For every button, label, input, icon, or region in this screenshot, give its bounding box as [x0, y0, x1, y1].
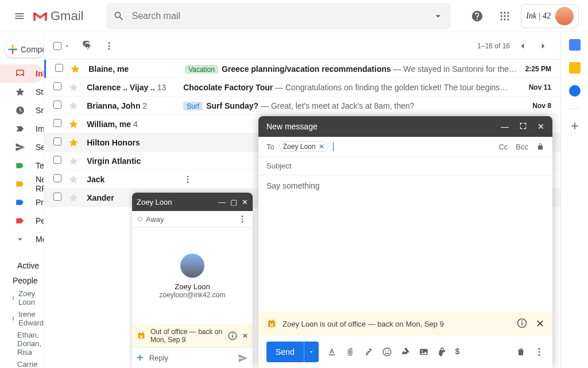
chat-reply-row[interactable]: + Reply: [132, 347, 253, 368]
lock-icon[interactable]: [536, 143, 544, 151]
people-item[interactable]: Carrie Parker: [0, 358, 44, 368]
more-icon[interactable]: [183, 175, 192, 184]
refresh-button[interactable]: [82, 41, 92, 51]
org-switcher[interactable]: Ink | 42: [521, 4, 579, 28]
avatar[interactable]: [555, 7, 574, 25]
nav-inbox[interactable]: Inbox8: [0, 64, 44, 83]
thread-row[interactable]: Brianna, John 2SurfSurf Sunday? — Great,…: [44, 97, 560, 115]
star-icon[interactable]: [70, 64, 80, 74]
nav-personal[interactable]: Personal: [0, 212, 44, 230]
add-addon-button[interactable]: [569, 120, 581, 132]
info-icon[interactable]: [516, 317, 528, 330]
more-icon[interactable]: [534, 347, 544, 357]
add-icon[interactable]: +: [137, 351, 144, 365]
search-bar[interactable]: [106, 3, 451, 29]
star-icon[interactable]: [68, 119, 79, 129]
apps-launcher-button[interactable]: [493, 5, 516, 28]
recipient-chip[interactable]: Zoey Loon✕: [279, 141, 329, 152]
nav-important[interactable]: Important: [0, 120, 44, 138]
chevron-down-icon[interactable]: [64, 43, 71, 49]
people-item[interactable]: Zoey Loon: [0, 288, 44, 308]
nav-sent[interactable]: Sent: [0, 138, 44, 156]
prev-page-button[interactable]: [514, 38, 531, 54]
money-icon[interactable]: $: [455, 347, 460, 357]
star-icon[interactable]: [68, 156, 79, 166]
thread-checkbox[interactable]: [55, 64, 63, 74]
select-all-checkbox[interactable]: [53, 42, 71, 50]
fullscreen-icon[interactable]: [519, 122, 527, 131]
tasks-icon[interactable]: [569, 85, 581, 97]
people-item[interactable]: Irene Edwards: [0, 308, 44, 329]
thread-checkbox[interactable]: [53, 119, 61, 129]
compose-subject-row[interactable]: Subject: [258, 157, 552, 175]
trash-icon[interactable]: [516, 347, 526, 357]
keep-icon[interactable]: [569, 62, 581, 74]
gmail-logo[interactable]: Gmail: [32, 9, 83, 24]
thread-row[interactable]: Clarence .. Vijay .. 13Chocolate Factory…: [44, 78, 560, 97]
send-options-button[interactable]: [304, 342, 319, 362]
contact-avatar: [180, 254, 204, 278]
thread-checkbox[interactable]: [53, 174, 61, 184]
people-item[interactable]: Ethan, Dorian, Risa: [0, 329, 44, 358]
thread-checkbox[interactable]: [53, 137, 61, 147]
minimize-icon[interactable]: —: [218, 198, 226, 206]
compose-to-row[interactable]: To Zoey Loon✕ Cc Bcc: [258, 137, 552, 157]
close-icon[interactable]: ✕: [536, 317, 544, 330]
compose-body[interactable]: Say something: [258, 175, 552, 312]
svg-point-36: [539, 348, 540, 350]
star-icon[interactable]: [68, 82, 79, 93]
more-icon[interactable]: [238, 214, 247, 224]
star-icon[interactable]: [68, 101, 79, 111]
main-menu-button[interactable]: [9, 6, 30, 26]
thread-checkbox[interactable]: [53, 193, 61, 202]
thread-subject: SurfSurf Sunday? — Great, let's meet at …: [183, 101, 517, 110]
send-icon[interactable]: [238, 353, 248, 363]
compose-button[interactable]: Compose: [5, 41, 44, 57]
thread-checkbox[interactable]: [53, 82, 61, 92]
nav-new-rfps[interactable]: New RFPs: [0, 175, 44, 193]
svg-rect-19: [138, 333, 145, 339]
confidential-icon[interactable]: [437, 347, 447, 357]
attach-icon[interactable]: [345, 347, 355, 357]
close-icon[interactable]: ✕: [242, 198, 248, 206]
svg-point-3: [501, 15, 502, 17]
cc-button[interactable]: Cc: [498, 143, 508, 151]
chat-body: Zoey Loon zoeyloon@ink42.com: [132, 228, 253, 324]
bcc-button[interactable]: Bcc: [516, 143, 528, 151]
compose-header[interactable]: New message — ✕: [258, 116, 552, 137]
thread-checkbox[interactable]: [53, 101, 61, 110]
nav-starred[interactable]: Starred: [0, 83, 44, 101]
minimize-icon[interactable]: —: [501, 122, 509, 131]
info-icon[interactable]: [227, 331, 238, 341]
emoji-icon[interactable]: [382, 347, 392, 357]
nav-snoozed[interactable]: Snoozed: [0, 101, 44, 120]
popout-icon[interactable]: ▢: [230, 198, 237, 206]
more-button[interactable]: [104, 41, 114, 51]
thread-checkbox[interactable]: [53, 156, 61, 166]
hangouts-status[interactable]: Active: [0, 258, 44, 274]
thread-sender: William, me 4: [87, 120, 183, 129]
chat-header[interactable]: Zoey Loon — ▢ ✕: [132, 193, 253, 211]
thread-row[interactable]: Blaine, meVacationGreece planning/vacati…: [44, 60, 560, 78]
svg-point-16: [242, 216, 243, 217]
star-icon[interactable]: [68, 137, 79, 148]
send-button[interactable]: Send: [266, 347, 304, 356]
nav-more[interactable]: More: [0, 230, 44, 248]
close-icon[interactable]: ✕: [242, 332, 248, 340]
search-input[interactable]: [131, 11, 432, 21]
chevron-down-icon[interactable]: [432, 10, 444, 22]
star-icon[interactable]: [68, 193, 79, 203]
remove-chip-icon[interactable]: ✕: [319, 143, 324, 151]
nav-team[interactable]: Team: [0, 156, 44, 175]
help-button[interactable]: [466, 5, 489, 28]
link-icon[interactable]: [363, 347, 374, 357]
next-page-button[interactable]: [535, 38, 551, 54]
drive-icon[interactable]: [400, 347, 411, 357]
nav-projects[interactable]: Projects: [0, 193, 44, 212]
calendar-icon[interactable]: [569, 39, 581, 51]
star-icon[interactable]: [68, 174, 79, 185]
close-icon[interactable]: ✕: [537, 122, 544, 131]
chat-title: Zoey Loon: [137, 198, 172, 206]
photo-icon[interactable]: [419, 347, 429, 357]
format-icon[interactable]: [327, 347, 337, 357]
